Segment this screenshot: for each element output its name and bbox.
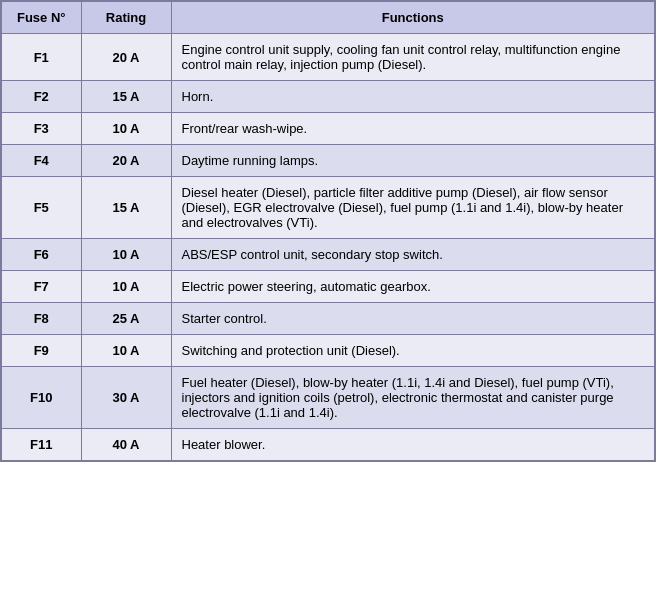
table-row: F215 AHorn. xyxy=(1,81,655,113)
fuse-rating: 20 A xyxy=(81,145,171,177)
fuse-functions: Starter control. xyxy=(171,303,655,335)
fuse-number: F1 xyxy=(1,34,81,81)
fuse-functions: Switching and protection unit (Diesel). xyxy=(171,335,655,367)
fuse-number: F8 xyxy=(1,303,81,335)
table-row: F1140 AHeater blower. xyxy=(1,429,655,462)
table-row: F825 AStarter control. xyxy=(1,303,655,335)
fuse-rating: 25 A xyxy=(81,303,171,335)
fuse-functions: Diesel heater (Diesel), particle filter … xyxy=(171,177,655,239)
fuse-functions: Heater blower. xyxy=(171,429,655,462)
fuse-rating: 10 A xyxy=(81,271,171,303)
fuse-number: F2 xyxy=(1,81,81,113)
fuse-functions: Engine control unit supply, cooling fan … xyxy=(171,34,655,81)
fuse-functions: ABS/ESP control unit, secondary stop swi… xyxy=(171,239,655,271)
table-row: F120 AEngine control unit supply, coolin… xyxy=(1,34,655,81)
fuse-number: F10 xyxy=(1,367,81,429)
table-row: F710 AElectric power steering, automatic… xyxy=(1,271,655,303)
header-rating: Rating xyxy=(81,1,171,34)
header-functions: Functions xyxy=(171,1,655,34)
fuse-number: F4 xyxy=(1,145,81,177)
fuse-number: F7 xyxy=(1,271,81,303)
fuse-rating: 30 A xyxy=(81,367,171,429)
fuse-rating: 10 A xyxy=(81,113,171,145)
table-row: F1030 AFuel heater (Diesel), blow-by hea… xyxy=(1,367,655,429)
fuse-functions: Front/rear wash-wipe. xyxy=(171,113,655,145)
fuse-rating: 15 A xyxy=(81,81,171,113)
table-row: F610 AABS/ESP control unit, secondary st… xyxy=(1,239,655,271)
fuse-table: Fuse N° Rating Functions F120 AEngine co… xyxy=(0,0,656,462)
fuse-functions: Daytime running lamps. xyxy=(171,145,655,177)
table-row: F310 AFront/rear wash-wipe. xyxy=(1,113,655,145)
fuse-functions: Horn. xyxy=(171,81,655,113)
fuse-functions: Fuel heater (Diesel), blow-by heater (1.… xyxy=(171,367,655,429)
fuse-rating: 40 A xyxy=(81,429,171,462)
header-fuse: Fuse N° xyxy=(1,1,81,34)
fuse-number: F6 xyxy=(1,239,81,271)
fuse-functions: Electric power steering, automatic gearb… xyxy=(171,271,655,303)
fuse-number: F9 xyxy=(1,335,81,367)
fuse-rating: 10 A xyxy=(81,239,171,271)
fuse-number: F5 xyxy=(1,177,81,239)
fuse-rating: 15 A xyxy=(81,177,171,239)
fuse-rating: 20 A xyxy=(81,34,171,81)
table-row: F515 ADiesel heater (Diesel), particle f… xyxy=(1,177,655,239)
fuse-number: F3 xyxy=(1,113,81,145)
fuse-number: F11 xyxy=(1,429,81,462)
fuse-rating: 10 A xyxy=(81,335,171,367)
table-row: F420 ADaytime running lamps. xyxy=(1,145,655,177)
table-row: F910 ASwitching and protection unit (Die… xyxy=(1,335,655,367)
